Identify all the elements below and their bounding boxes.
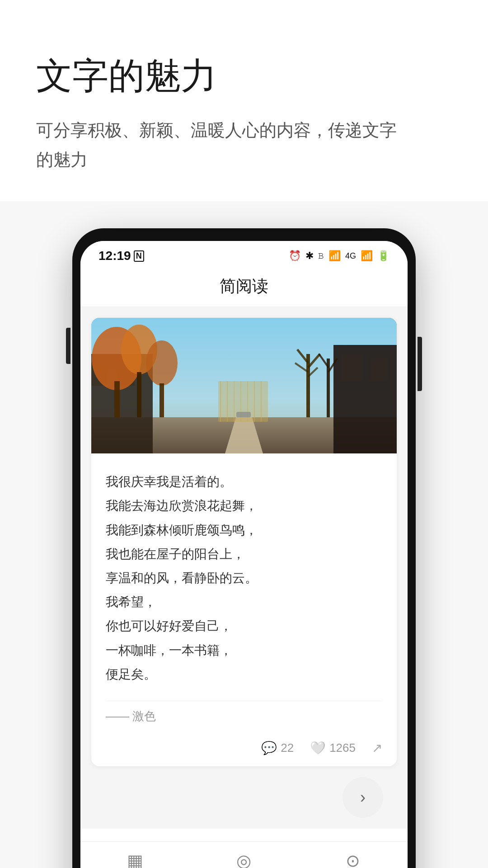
battery-icon: 🔋 (377, 250, 389, 262)
app-header: 简阅读 (80, 268, 408, 307)
phone-mockup: 12:19 N ⏰ ✱ 𝙱 📶 4G 📶 🔋 简阅读 (72, 228, 416, 868)
app-header-title: 简阅读 (220, 277, 268, 295)
bluetooth-icon: ✱ (305, 250, 314, 262)
share-icon: ↗ (372, 741, 382, 755)
comment-action[interactable]: 💬 22 (261, 741, 294, 755)
next-btn-container: › (91, 766, 397, 818)
next-button[interactable]: › (343, 777, 383, 818)
like-count: 1265 (329, 741, 356, 755)
app-content: 我很庆幸我是活着的。 我能去海边欣赏浪花起舞， 我能到森林倾听鹿颂鸟鸣， 我也能… (80, 307, 408, 829)
nav-item-mine[interactable]: ⊙ 我的 (343, 851, 363, 868)
svg-rect-11 (114, 381, 120, 417)
heart-icon: 🤍 (310, 741, 326, 755)
phone-screen: 12:19 N ⏰ ✱ 𝙱 📶 4G 📶 🔋 简阅读 (80, 241, 408, 868)
wifi-icon: 📶 (328, 250, 341, 262)
nav-item-discover[interactable]: ◎ 发现 (234, 851, 254, 868)
status-time: 12:19 N (99, 249, 144, 263)
svg-rect-14 (160, 383, 164, 417)
hero-subtitle: 可分享积极、新颖、温暖人心的内容，传递文字的魅力 (36, 116, 407, 174)
recommend-icon: ▦ (127, 851, 143, 868)
discover-icon: ◎ (236, 851, 251, 868)
hero-section: 文字的魅力 可分享积极、新颖、温暖人心的内容，传递文字的魅力 (0, 0, 488, 201)
status-icons: ⏰ ✱ 𝙱 📶 4G 📶 🔋 (289, 250, 389, 262)
content-card[interactable]: 我很庆幸我是活着的。 我能去海边欣赏浪花起舞， 我能到森林倾听鹿颂鸟鸣， 我也能… (91, 318, 397, 766)
article-text: 我很庆幸我是活着的。 我能去海边欣赏浪花起舞， 我能到森林倾听鹿颂鸟鸣， 我也能… (106, 470, 382, 686)
phone-container: 12:19 N ⏰ ✱ 𝙱 📶 4G 📶 🔋 简阅读 (0, 201, 488, 868)
svg-rect-31 (236, 412, 251, 417)
signal1-icon: 4G (345, 251, 356, 261)
svg-point-13 (146, 340, 178, 386)
svg-rect-15 (306, 354, 310, 417)
nfc-badge: N (134, 250, 144, 262)
mine-icon: ⊙ (346, 851, 360, 868)
alarm-icon: ⏰ (289, 250, 301, 262)
svg-rect-8 (370, 359, 388, 381)
bottom-nav: ▦ 推荐 ◎ 发现 ⊙ 我的 (80, 841, 408, 868)
like-action[interactable]: 🤍 1265 (310, 741, 356, 755)
article-image-svg (91, 318, 397, 453)
hero-title: 文字的魅力 (36, 54, 452, 98)
article-author: —— 激色 (106, 701, 382, 724)
signal2-icon: 📶 (361, 250, 373, 262)
bt2-icon: 𝙱 (318, 251, 324, 261)
status-bar: 12:19 N ⏰ ✱ 𝙱 📶 4G 📶 🔋 (80, 241, 408, 268)
share-action[interactable]: ↗ (372, 741, 382, 755)
comment-count: 22 (281, 741, 294, 755)
comment-icon: 💬 (261, 741, 277, 755)
svg-rect-7 (340, 354, 363, 381)
article-body: 我很庆幸我是活着的。 我能去海边欣赏浪花起舞， 我能到森林倾听鹿颂鸟鸣， 我也能… (91, 453, 397, 766)
nav-item-recommend[interactable]: ▦ 推荐 (125, 851, 145, 868)
svg-rect-12 (137, 372, 141, 417)
page-container: 文字的魅力 可分享积极、新颖、温暖人心的内容，传递文字的魅力 12:19 N ⏰… (0, 0, 488, 868)
article-image (91, 318, 397, 453)
article-actions: 💬 22 🤍 1265 ↗ (106, 737, 382, 755)
